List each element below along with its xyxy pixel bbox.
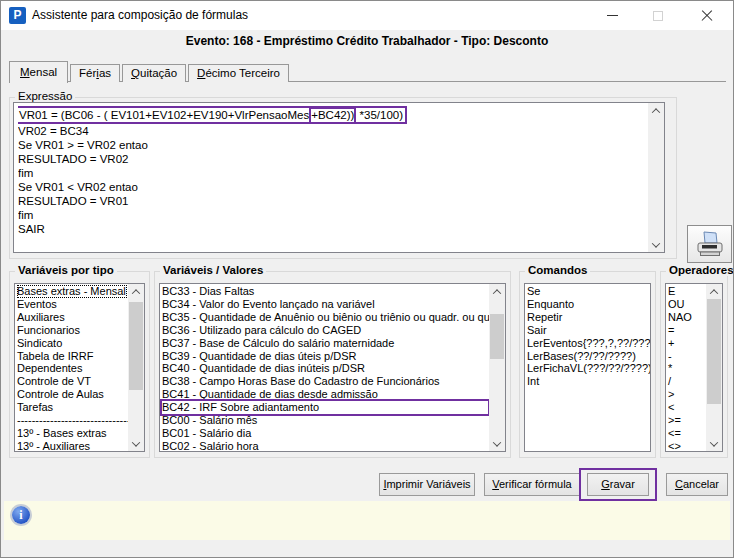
verificar-formula-button[interactable]: Verificar fórmula (484, 473, 580, 496)
operator-item[interactable]: <= (668, 427, 705, 440)
variable-value-item[interactable]: BC40 - Quantidade de dias inúteis p/DSR (162, 362, 488, 375)
operator-item[interactable]: E (668, 285, 705, 298)
operator-item[interactable]: * (668, 362, 705, 375)
printer-icon (694, 230, 726, 258)
window-title: Assistente para composição de fórmulas (32, 8, 248, 22)
variables-values-scrollbar[interactable] (489, 284, 505, 451)
print-button[interactable] (687, 225, 732, 263)
operator-item[interactable]: OU (668, 298, 705, 311)
variable-type-item[interactable]: Eventos (17, 298, 127, 311)
operator-item[interactable]: >= (668, 414, 705, 427)
variable-type-item[interactable]: Tabela de IRRF (17, 350, 127, 363)
variable-value-item[interactable]: BC34 - Valor do Evento lançado na variáv… (162, 298, 488, 311)
annotation-box-formula: VR01 = (BC06 - ( EV101+EV102+EV190+VlrPe… (18, 106, 407, 124)
operators-scrollbar[interactable] (706, 284, 722, 451)
tab-mensal[interactable]: Mensal (9, 61, 68, 83)
command-item[interactable]: Se (527, 285, 650, 298)
variable-value-item[interactable]: BC00 - Salário mês (162, 414, 488, 427)
expression-line1-part3: *35/100) (356, 109, 403, 121)
expression-editor[interactable]: VR01 = (BC06 - ( EV101+EV102+EV190+VlrPe… (13, 102, 665, 253)
command-item[interactable]: Enquanto (527, 298, 650, 311)
variable-value-item[interactable]: BC39 - Quantidade de dias úteis p/DSR (162, 350, 488, 363)
variable-value-item[interactable]: BC02 - Salário hora (162, 440, 488, 452)
operator-item[interactable]: / (668, 375, 705, 388)
app-icon: P (9, 7, 26, 24)
operator-item[interactable]: < (668, 401, 705, 414)
variable-type-item[interactable]: Sindicato (17, 337, 127, 350)
variable-value-item[interactable]: BC36 - Utilizado para cálculo do CAGED (162, 324, 488, 337)
variable-value-item[interactable]: BC42 - IRF Sobre adiantamento (162, 401, 488, 414)
scrollbar-up-icon[interactable] (706, 284, 722, 299)
variables-values-list[interactable]: BC33 - Dias FaltasBC34 - Valor do Evento… (159, 283, 506, 452)
imprimir-variaveis-button[interactable]: Imprimir Variáveis (379, 473, 475, 496)
expression-line: RESULTADO = VR02 (18, 152, 644, 166)
scrollbar-up-icon[interactable] (128, 284, 144, 299)
scrollbar-up-icon[interactable] (648, 103, 664, 118)
operator-item[interactable]: > (668, 388, 705, 401)
command-item[interactable]: LerBases(??/??/????) (527, 350, 650, 363)
tab-ferias[interactable]: Férias (70, 64, 120, 82)
minimize-button[interactable] (590, 1, 635, 30)
scrollbar-down-icon[interactable] (648, 237, 664, 252)
expression-text: VR01 = (BC06 - ( EV101+EV102+EV190+VlrPe… (18, 106, 644, 250)
command-item[interactable]: Sair (527, 324, 650, 337)
annotation-box-bc42-term: +BC42)) (309, 107, 356, 124)
operators-label: Operadores (666, 264, 734, 276)
scrollbar-down-icon[interactable] (706, 436, 722, 451)
command-item[interactable]: Repetir (527, 311, 650, 324)
operator-item[interactable]: + (668, 337, 705, 350)
variable-type-item[interactable]: Controle de Aulas (17, 388, 127, 401)
info-bar: i (4, 501, 730, 540)
variable-value-item[interactable]: BC37 - Base de Cálculo do salário matern… (162, 337, 488, 350)
command-item[interactable]: Int (527, 375, 650, 388)
variables-values-group: Variáveis / Valores BC33 - Dias FaltasBC… (154, 271, 511, 458)
variable-value-item[interactable]: BC35 - Quantidade de Anuênio ou biênio o… (162, 311, 488, 324)
scrollbar-down-icon[interactable] (489, 436, 505, 451)
variables-values-label: Variáveis / Valores (160, 264, 266, 276)
variables-by-type-list[interactable]: Bases extras - MensalEventosAuxiliaresFu… (14, 283, 145, 452)
expression-line1-part1: VR01 = (BC06 - ( EV101+EV102+EV190+VlrPe… (19, 109, 309, 121)
expression-lines: VR02 = BC34Se VR01 > = VR02 entaoRESULTA… (18, 124, 644, 236)
expression-line: fim (18, 208, 644, 222)
gravar-button[interactable]: Gravar (587, 473, 649, 496)
expression-scrollbar[interactable] (648, 103, 664, 252)
close-icon (701, 10, 713, 22)
maximize-icon (653, 11, 663, 21)
scrollbar-thumb[interactable] (129, 302, 143, 390)
variable-type-item[interactable]: 13º - Auxiliares (17, 440, 127, 452)
variable-type-item[interactable]: Auxiliares (17, 311, 127, 324)
cancelar-button[interactable]: Cancelar (666, 473, 728, 496)
variable-value-item[interactable]: BC33 - Dias Faltas (162, 285, 488, 298)
variable-type-item[interactable]: Tarefas (17, 401, 127, 414)
command-item[interactable]: LerEventos{???,?,??/????} (527, 337, 650, 350)
close-button[interactable] (684, 1, 729, 30)
scrollbar-thumb[interactable] (707, 299, 721, 404)
variable-type-item[interactable]: Bases extras - Mensal (17, 285, 127, 298)
scrollbar-up-icon[interactable] (489, 284, 505, 299)
dialog-window: P Assistente para composição de fórmulas… (0, 0, 734, 558)
variables-by-type-label: Variáveis por tipo (15, 264, 117, 276)
scrollbar-down-icon[interactable] (128, 436, 144, 451)
expression-line: Se VR01 < VR02 entao (18, 180, 644, 194)
variable-value-item[interactable]: BC41 - Quantidade de dias desde admissão (162, 388, 488, 401)
variable-value-item[interactable]: BC01 - Salário dia (162, 427, 488, 440)
commands-list[interactable]: SeEnquantoRepetirSairLerEventos{???,?,??… (524, 283, 651, 452)
variable-value-item[interactable]: BC38 - Campo Horas Base do Cadastro de F… (162, 375, 488, 388)
variable-type-item[interactable]: 13º - Bases extras (17, 427, 127, 440)
variable-type-item[interactable]: Funcionarios (17, 324, 127, 337)
tab-quitacao[interactable]: Quitação (122, 64, 186, 82)
tab-decimo-terceiro[interactable]: Décimo Terceiro (188, 64, 289, 82)
command-item[interactable]: LerFichaVL(???/??/????) (527, 362, 650, 375)
operator-item[interactable]: <> (668, 440, 705, 452)
scrollbar-thumb[interactable] (490, 314, 504, 359)
variable-type-item[interactable]: Controle de VT (17, 375, 127, 388)
variable-type-item[interactable]: Dependentes (17, 362, 127, 375)
operator-item[interactable]: = (668, 324, 705, 337)
expression-line: VR01 = (BC06 - ( EV101+EV102+EV190+VlrPe… (18, 106, 644, 124)
variable-type-item[interactable]: ---------------------------------- (17, 414, 127, 427)
minimize-icon (607, 15, 618, 16)
maximize-button (635, 1, 680, 30)
variables-by-type-scrollbar[interactable] (128, 284, 144, 451)
operator-item[interactable]: - (668, 350, 705, 363)
operator-item[interactable]: NAO (668, 311, 705, 324)
